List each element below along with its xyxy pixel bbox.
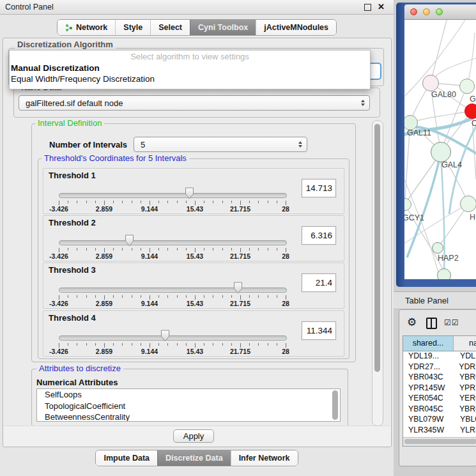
table-row[interactable]: YLR345WYLR3: [403, 426, 476, 436]
tick-mark: [222, 295, 223, 298]
dropdown-option-manual-discretization[interactable]: Manual Discretization: [10, 63, 370, 73]
window-buttons: ✕: [364, 0, 385, 14]
threshold-value-input[interactable]: [302, 179, 336, 197]
tick-label: 9.144: [141, 348, 158, 355]
network-node[interactable]: [431, 142, 451, 162]
tick-label: 9.144: [141, 205, 158, 213]
combo-spinner-icon: [361, 100, 365, 106]
dropdown-option-equal-width-frequency-discretization[interactable]: Equal Width/Frequency Discretization: [10, 73, 370, 84]
tick-label: 15.43: [187, 300, 203, 307]
window-title: Control Panel: [0, 3, 54, 12]
table-row[interactable]: YER054CYER0: [403, 394, 476, 404]
tab-style[interactable]: Style: [115, 20, 150, 35]
close-window-icon[interactable]: ✕: [378, 0, 385, 14]
control-panel-titlebar[interactable]: Control Panel ✕: [0, 0, 394, 15]
float-window-icon[interactable]: [364, 4, 371, 11]
tick-mark: [113, 343, 114, 346]
tick-mark: [258, 248, 259, 250]
threshold-slider[interactable]: -3.4262.8599.14415.4321.71528: [59, 311, 286, 356]
column-layout-icon[interactable]: [426, 318, 437, 329]
table-horizontal-scrollbar-thumb[interactable]: [404, 439, 476, 444]
panel-scrollbar[interactable]: [372, 120, 383, 426]
close-traffic-light-icon[interactable]: [410, 8, 417, 15]
tick-mark: [104, 295, 105, 300]
numerical-attributes-list[interactable]: SelfLoopsTopologicalCoefficientBetweenne…: [36, 388, 341, 422]
threshold-value-input[interactable]: [302, 321, 336, 340]
zoom-traffic-light-icon[interactable]: [436, 8, 443, 15]
node-label-h: H: [470, 213, 475, 222]
threshold-value-input[interactable]: [302, 273, 336, 292]
tab-impute-data[interactable]: Impute Data: [96, 450, 157, 466]
network-canvas[interactable]: GAL80GACGAL11GAL4GCY1HHAP2: [404, 20, 476, 279]
table-panel-toolbar: ⚙ ☑☑: [399, 310, 476, 334]
tab-cyni-toolbox[interactable]: Cyni Toolbox: [190, 20, 256, 35]
network-node[interactable]: [432, 242, 443, 254]
slider-thumb[interactable]: [160, 330, 170, 342]
tick-mark: [177, 201, 178, 203]
table-row[interactable]: YBR043CYBR0: [403, 372, 476, 383]
tab-jactivemnodules[interactable]: jActiveMNodules: [256, 20, 336, 35]
tick-mark: [268, 201, 268, 203]
node-label-gal4: GAL4: [441, 160, 462, 169]
node-table-rows: YDL19...YDL1YDR27...YDR2YBR043CYBR0YPR14…: [403, 351, 476, 447]
column-header-shared-name[interactable]: shared...: [403, 336, 454, 351]
slider-thumb[interactable]: [233, 282, 243, 294]
tick-label: 15.43: [187, 252, 203, 260]
table-horizontal-scrollbar[interactable]: [403, 437, 476, 446]
table-data-combobox[interactable]: galFiltered.sif default node: [19, 95, 370, 111]
apply-button[interactable]: Apply: [173, 429, 214, 443]
tab-label: Style: [123, 23, 142, 32]
table-row[interactable]: YBL079WYBL0: [403, 415, 476, 426]
tab-discretize-data[interactable]: Discretize Data: [157, 450, 231, 466]
slider-thumb[interactable]: [125, 234, 134, 247]
slider-track[interactable]: [59, 240, 287, 245]
tick-mark: [286, 295, 286, 300]
tick-mark: [213, 343, 213, 346]
network-window-titlebar[interactable]: [404, 4, 476, 20]
tick-label: -3.426: [49, 300, 68, 307]
tick-mark: [167, 295, 168, 298]
tab-infer-network[interactable]: Infer Network: [231, 450, 298, 466]
network-node[interactable]: [459, 79, 475, 94]
tick-mark: [231, 295, 232, 298]
tab-label: Select: [158, 23, 182, 32]
checkbox-icons[interactable]: ☑☑: [444, 318, 459, 327]
tick-label: 21.715: [230, 300, 250, 307]
attribute-list-scrollbar[interactable]: [332, 390, 338, 420]
threshold-slider[interactable]: -3.4262.8599.14415.4321.71528: [59, 216, 286, 261]
panel-scrollbar-thumb[interactable]: [374, 124, 380, 372]
tab-network[interactable]: Network: [58, 20, 115, 35]
slider-track[interactable]: [59, 335, 287, 341]
minimize-traffic-light-icon[interactable]: [423, 8, 430, 15]
cell-name: YLR3: [453, 426, 476, 436]
tick-mark: [132, 343, 132, 346]
list-item-selfloops[interactable]: SelfLoops: [37, 389, 340, 401]
table-row[interactable]: YDR27...YDR2: [403, 362, 476, 373]
column-header-name[interactable]: na: [454, 336, 476, 351]
network-node[interactable]: [464, 104, 476, 119]
slider-track[interactable]: [59, 193, 287, 198]
list-item-betweennesscentrality[interactable]: BetweennessCentrality: [37, 411, 340, 422]
table-row[interactable]: YPR145WYPR1: [403, 383, 476, 394]
network-node[interactable]: [422, 75, 439, 91]
dropdown-placeholder: Select algorithm to view settings: [10, 50, 370, 63]
slider-track[interactable]: [59, 288, 287, 293]
table-row[interactable]: YDL19...YDL1: [403, 351, 476, 362]
node-table[interactable]: shared... na YDL19...YDL1YDR27...YDR2YBR…: [403, 335, 476, 447]
table-row[interactable]: YBR045CYBR0: [403, 404, 476, 415]
network-node[interactable]: [460, 196, 476, 212]
app-root: Control Panel ✕ NetworkStyleSelectCyni T…: [0, 0, 476, 476]
threshold-slider[interactable]: -3.4262.8599.14415.4321.71528: [59, 169, 286, 213]
tick-mark: [86, 201, 87, 203]
network-node[interactable]: [437, 268, 451, 279]
gear-icon[interactable]: ⚙: [407, 316, 417, 329]
tick-mark: [150, 248, 150, 252]
threshold-slider[interactable]: -3.4262.8599.14415.4321.71528: [59, 263, 286, 308]
tab-select[interactable]: Select: [150, 20, 190, 35]
list-item-topologicalcoefficient[interactable]: TopologicalCoefficient: [37, 401, 340, 412]
tick-label: -3.426: [49, 205, 68, 213]
threshold-value-input[interactable]: [302, 226, 336, 245]
network-edge[interactable]: [404, 180, 440, 278]
number-of-intervals-combobox[interactable]: 5: [134, 137, 307, 152]
slider-thumb[interactable]: [185, 187, 194, 199]
